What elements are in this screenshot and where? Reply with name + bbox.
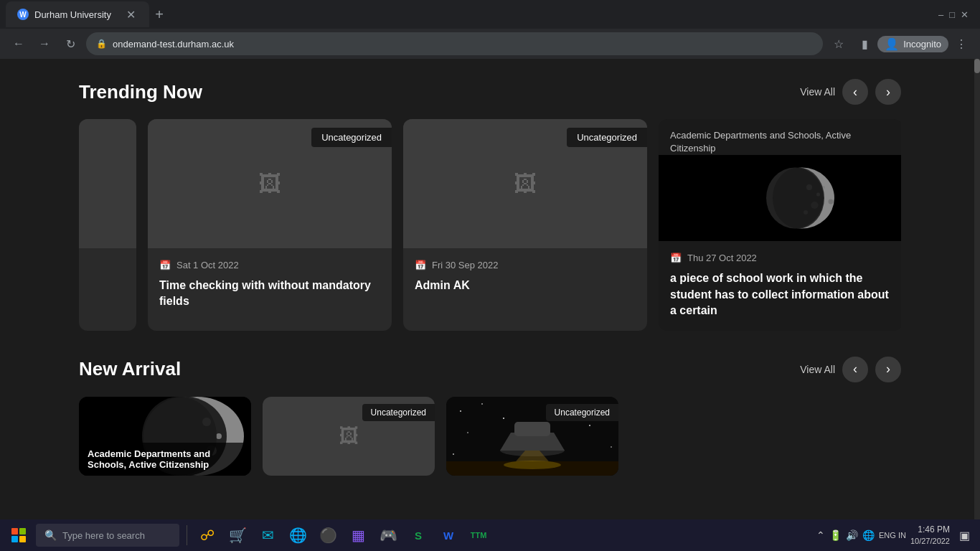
svg-point-22 — [467, 432, 468, 433]
tab-close-button[interactable]: ✕ — [123, 7, 138, 22]
windows-logo-icon — [11, 528, 26, 542]
card-3-category: Academic Departments and Schools, Active… — [659, 119, 901, 155]
new-tab-button[interactable]: + — [149, 4, 169, 24]
card-1-footer: 📅 Sat 1 Oct 2022 Time checking with with… — [148, 248, 392, 321]
notification-button[interactable]: ▣ — [954, 525, 974, 545]
new-card-1-title: Academic Departments and Schools, Active… — [79, 443, 251, 476]
back-button[interactable]: ← — [9, 34, 29, 54]
scrollbar[interactable] — [974, 59, 980, 519]
close-button[interactable]: ✕ — [961, 9, 969, 20]
browser-chrome: W Durham University ✕ + – □ ✕ ← → ↻ 🔒 on… — [0, 0, 980, 59]
new-card-2-placeholder-icon: 🖼 — [339, 424, 359, 448]
active-tab[interactable]: W Durham University ✕ — [6, 1, 149, 27]
tray-network-icon[interactable]: 🌐 — [862, 529, 875, 541]
svg-point-21 — [503, 418, 504, 419]
tray-arrow-icon[interactable]: ⌃ — [816, 529, 825, 541]
trending-card-2[interactable]: 🖼 Uncategorized 📅 Fri 30 Sep 2022 Admin … — [403, 119, 647, 331]
new-card-3-category: Uncategorized — [546, 404, 618, 421]
taskbar-explorer-icon[interactable]: ☍ — [194, 522, 220, 548]
taskbar-ttm-icon[interactable]: TTM — [466, 522, 491, 548]
card-2-footer: 📅 Fri 30 Sep 2022 Admin AK — [403, 248, 647, 305]
moon-svg — [723, 159, 838, 237]
taskbar-apps-icon[interactable]: ▦ — [345, 522, 371, 548]
navigation-bar: ← → ↻ 🔒 ondemand-test.durham.ac.uk ☆ ▮ 👤… — [0, 29, 980, 59]
taskbar-chrome-icon[interactable]: ⚫ — [315, 522, 341, 548]
trending-prev-button[interactable]: ‹ — [842, 79, 868, 105]
svg-point-24 — [589, 425, 590, 426]
taskbar-right-area: ⌃ 🔋 🔊 🌐 ENG IN 1:46 PM 10/27/2022 ▣ — [816, 524, 974, 547]
taskbar-word-icon[interactable]: W — [435, 522, 461, 548]
card-2-date: Fri 30 Sep 2022 — [432, 260, 499, 270]
svg-point-19 — [460, 410, 461, 412]
trending-cards-row: 🖼 Uncategorized 📅 Sat 1 Oct 2022 Time ch… — [79, 119, 901, 331]
card-2-image: 🖼 Uncategorized — [403, 119, 647, 248]
taskbar-separator-1 — [187, 525, 187, 545]
new-arrival-title: New Arrival — [79, 358, 181, 380]
scrollbar-thumb[interactable] — [974, 59, 980, 73]
incognito-label: Incognito — [903, 39, 941, 50]
address-bar[interactable]: 🔒 ondemand-test.durham.ac.uk — [86, 32, 823, 55]
card-3-title: a piece of school work in which the stud… — [670, 270, 891, 319]
taskbar-search[interactable]: 🔍 Type here to search — [36, 524, 179, 547]
trending-next-button[interactable]: › — [875, 79, 901, 105]
new-arrival-next-button[interactable]: › — [875, 357, 901, 382]
taskbar-edge-icon[interactable]: 🌐 — [285, 522, 311, 548]
taskbar-mail-icon[interactable]: ✉ — [255, 522, 281, 548]
cast-button[interactable]: ▮ — [854, 34, 875, 54]
new-arrival-controls: View All ‹ › — [800, 357, 901, 382]
trending-header: Trending Now View All ‹ › — [79, 79, 901, 105]
taskbar-excel-icon[interactable]: S — [405, 522, 431, 548]
card-2-title: Admin AK — [415, 278, 636, 293]
card-3-footer: 📅 Thu 27 Oct 2022 a piece of school work… — [659, 241, 901, 330]
trending-view-all[interactable]: View All — [800, 86, 835, 98]
trending-card-3[interactable]: Academic Departments and Schools, Active… — [659, 119, 901, 331]
card-partial-footer — [79, 248, 136, 265]
trending-card-1[interactable]: 🖼 Uncategorized 📅 Sat 1 Oct 2022 Time ch… — [148, 119, 392, 331]
tab-title: Durham University — [34, 9, 111, 20]
svg-point-14 — [216, 433, 222, 439]
new-arrival-cards-row: Academic Departments and Schools, Active… — [79, 397, 901, 476]
card-2-calendar-icon: 📅 — [415, 260, 426, 270]
card-1-category: Uncategorized — [311, 128, 392, 147]
taskbar: 🔍 Type here to search ☍ 🛒 ✉ 🌐 ⚫ ▦ 🎮 S W … — [0, 519, 980, 551]
reload-button[interactable]: ↻ — [60, 34, 80, 54]
card-3-date: Thu 27 Oct 2022 — [687, 253, 757, 263]
card-1-placeholder-icon: 🖼 — [258, 171, 281, 197]
bookmark-button[interactable]: ☆ — [829, 34, 849, 54]
minimize-button[interactable]: – — [938, 9, 943, 20]
new-arrival-view-all[interactable]: View All — [800, 364, 835, 375]
new-arrival-card-1[interactable]: Academic Departments and Schools, Active… — [79, 397, 251, 476]
clock-date: 10/27/2022 — [910, 536, 950, 547]
trending-controls: View All ‹ › — [800, 79, 901, 105]
new-arrival-card-3[interactable]: Uncategorized — [446, 397, 618, 476]
taskbar-search-placeholder: Type here to search — [62, 530, 145, 541]
card-1-date: Sat 1 Oct 2022 — [176, 260, 239, 270]
taskbar-gamepad-icon[interactable]: 🎮 — [375, 522, 401, 548]
new-arrival-prev-button[interactable]: ‹ — [842, 357, 868, 382]
new-arrival-card-2[interactable]: 🖼 Uncategorized — [263, 397, 435, 476]
card-1-title: Time checking with without mandatory fie… — [159, 278, 380, 310]
maximize-button[interactable]: □ — [949, 9, 955, 20]
svg-point-27 — [611, 446, 612, 448]
incognito-button[interactable]: 👤 Incognito — [877, 36, 948, 52]
trending-section: Trending Now View All ‹ › 🖼 Uncategorize… — [0, 59, 980, 331]
card-1-image: 🖼 Uncategorized — [148, 119, 392, 248]
start-square-yellow — [19, 536, 26, 542]
card-2-placeholder-icon: 🖼 — [514, 171, 537, 197]
start-button[interactable] — [6, 522, 32, 548]
svg-rect-30 — [514, 422, 550, 436]
tray-battery-icon[interactable]: 🔋 — [829, 529, 842, 541]
system-clock[interactable]: 1:46 PM 10/27/2022 — [910, 524, 950, 547]
card-partial — [79, 119, 136, 331]
svg-point-26 — [453, 453, 454, 455]
start-square-red — [11, 528, 18, 534]
svg-point-8 — [829, 199, 834, 204]
menu-button[interactable]: ⋮ — [951, 34, 971, 54]
tray-volume-icon[interactable]: 🔊 — [846, 529, 858, 541]
start-square-green — [19, 528, 26, 534]
page-content: Trending Now View All ‹ › 🖼 Uncategorize… — [0, 59, 980, 519]
forward-button[interactable]: → — [34, 34, 55, 54]
taskbar-store-icon[interactable]: 🛒 — [225, 522, 250, 548]
card-3-image — [659, 155, 901, 241]
clock-time: 1:46 PM — [910, 524, 950, 536]
